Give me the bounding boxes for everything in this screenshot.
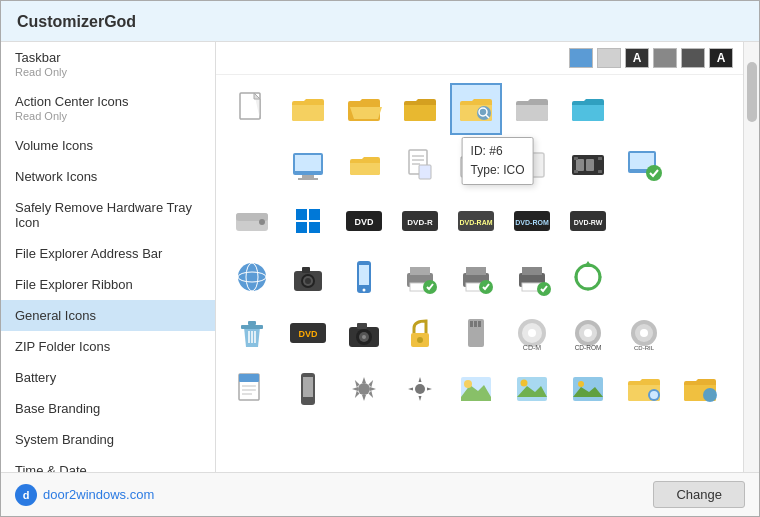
icon-cell[interactable] [338, 363, 390, 415]
color-a-btn[interactable]: A [625, 48, 649, 68]
sidebar-item-10[interactable]: Base Branding [1, 393, 215, 424]
icon-cell[interactable] [338, 83, 390, 135]
sidebar-item-6[interactable]: File Explorer Ribbon [1, 269, 215, 300]
icon-cell[interactable] [562, 139, 614, 191]
icon-cell[interactable] [394, 83, 446, 135]
icon-cell[interactable] [282, 195, 334, 247]
sidebar-item-label: Time & Date [15, 463, 201, 472]
svg-text:CD-M: CD-M [523, 344, 541, 351]
toolbar: A A [216, 42, 743, 75]
color-gray-btn[interactable] [597, 48, 621, 68]
sidebar-item-12[interactable]: Time & Date [1, 455, 215, 472]
svg-text:DVD-RW: DVD-RW [574, 219, 603, 226]
sidebar-item-label: File Explorer Address Bar [15, 246, 201, 261]
icon-cell[interactable] [226, 251, 278, 303]
sidebar-item-8[interactable]: ZIP Folder Icons [1, 331, 215, 362]
icon-cell-selected[interactable]: ID: #6 Type: ICO [450, 83, 502, 135]
icon-cell[interactable] [338, 139, 390, 191]
icon-cell[interactable] [282, 363, 334, 415]
change-button[interactable]: Change [653, 481, 745, 508]
scrollbar-thumb[interactable] [747, 62, 757, 122]
sidebar-item-7[interactable]: General Icons [1, 300, 215, 331]
svg-point-115 [578, 381, 584, 387]
svg-point-118 [703, 388, 717, 402]
svg-point-78 [362, 335, 366, 339]
color-dark2-btn[interactable] [681, 48, 705, 68]
sidebar-item-11[interactable]: System Branding [1, 424, 215, 455]
icon-cell[interactable]: CD-M [506, 307, 558, 359]
svg-rect-59 [466, 267, 486, 275]
svg-rect-13 [419, 165, 431, 179]
color-blue-btn[interactable] [569, 48, 593, 68]
icon-cell[interactable] [338, 251, 390, 303]
icon-cell[interactable] [394, 251, 446, 303]
svg-rect-50 [302, 267, 310, 273]
sidebar-item-1[interactable]: Action Center IconsRead Only [1, 86, 215, 130]
footer-link[interactable]: d door2windows.com [15, 484, 154, 506]
icon-cell[interactable]: DVD-ROM [506, 195, 558, 247]
sidebar-item-2[interactable]: Volume Icons [1, 130, 215, 161]
icon-cell[interactable]: DVD-R [394, 195, 446, 247]
svg-point-53 [363, 289, 366, 292]
svg-rect-113 [573, 377, 603, 401]
svg-point-80 [417, 337, 423, 343]
sidebar-item-3[interactable]: Network Icons [1, 161, 215, 192]
icon-cell[interactable] [506, 251, 558, 303]
svg-rect-8 [298, 178, 318, 180]
icon-cell[interactable] [394, 307, 446, 359]
sidebar-item-9[interactable]: Battery [1, 362, 215, 393]
icon-cell[interactable] [562, 363, 614, 415]
icon-cell[interactable] [674, 363, 726, 415]
icon-cell[interactable]: DVD [338, 195, 390, 247]
icon-cell[interactable] [226, 83, 278, 135]
icon-cell[interactable] [506, 363, 558, 415]
icon-cell[interactable] [562, 251, 614, 303]
svg-rect-98 [239, 374, 259, 382]
icon-cell[interactable] [226, 307, 278, 359]
footer-logo: d [15, 484, 37, 506]
icon-cell[interactable] [450, 251, 502, 303]
sidebar-item-sub: Read Only [15, 110, 201, 122]
sidebar-item-5[interactable]: File Explorer Address Bar [1, 238, 215, 269]
svg-point-95 [640, 329, 648, 337]
svg-rect-17 [576, 159, 584, 171]
color-dark1-btn[interactable] [653, 48, 677, 68]
icon-cell[interactable] [450, 363, 502, 415]
svg-point-25 [646, 165, 662, 181]
svg-rect-29 [296, 209, 307, 220]
icon-cell[interactable]: DVD-RAM [450, 195, 502, 247]
color-a2-btn[interactable]: A [709, 48, 733, 68]
icon-cell[interactable]: CD-RIL [618, 307, 670, 359]
icon-cell[interactable] [226, 363, 278, 415]
icon-cell[interactable] [282, 139, 334, 191]
sidebar-item-4[interactable]: Safely Remove Hardware Tray Icon [1, 192, 215, 238]
icon-cell[interactable] [618, 363, 670, 415]
icon-cell[interactable] [618, 139, 670, 191]
icon-cell[interactable] [282, 251, 334, 303]
svg-rect-83 [474, 321, 477, 327]
icon-cell[interactable]: DVD-RW [562, 195, 614, 247]
svg-text:CD-RIL: CD-RIL [634, 345, 655, 351]
tooltip: ID: #6 Type: ICO [462, 137, 534, 185]
icon-cell[interactable] [562, 83, 614, 135]
main-area: A A [216, 42, 743, 472]
icon-cell[interactable] [394, 139, 446, 191]
sidebar-item-label: Action Center Icons [15, 94, 201, 109]
svg-rect-68 [248, 321, 256, 325]
icon-cell[interactable] [338, 307, 390, 359]
icon-cell[interactable]: CD-ROM [562, 307, 614, 359]
svg-point-112 [521, 380, 528, 387]
sidebar-item-0[interactable]: TaskbarRead Only [1, 42, 215, 86]
svg-rect-6 [295, 155, 321, 171]
scrollbar[interactable] [743, 42, 759, 472]
tooltip-id: ID: #6 [471, 142, 525, 161]
icon-cell[interactable] [226, 195, 278, 247]
icon-cell[interactable] [394, 363, 446, 415]
icon-cell[interactable]: DVD [282, 307, 334, 359]
sidebar-item-label: Network Icons [15, 169, 201, 184]
icon-cell[interactable] [450, 307, 502, 359]
sidebar-item-label: File Explorer Ribbon [15, 277, 201, 292]
icon-cell[interactable] [506, 83, 558, 135]
icon-cell[interactable] [282, 83, 334, 135]
svg-rect-63 [522, 267, 542, 275]
